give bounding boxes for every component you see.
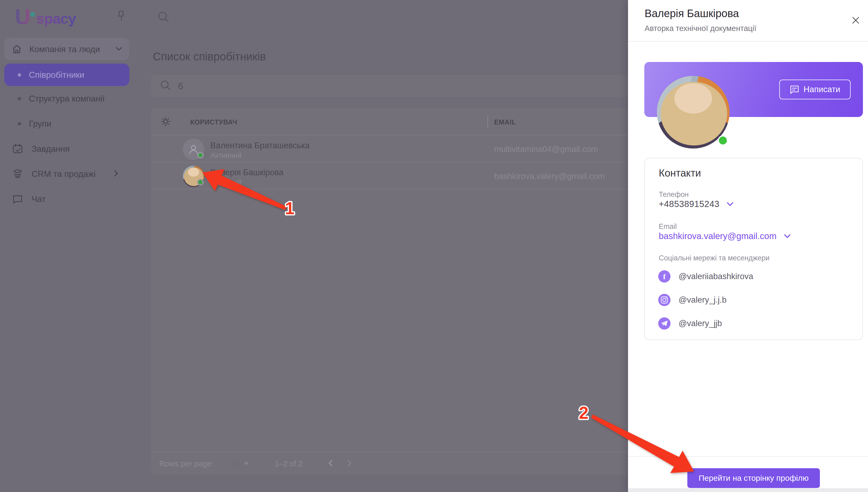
- phone-row: +48538915243: [659, 199, 734, 209]
- table-row[interactable]: Валерія Башкірова Активний bashkirova.va…: [151, 163, 627, 189]
- email-value[interactable]: bashkirova.valery@gmail.com: [659, 231, 777, 241]
- chat-icon: [12, 193, 24, 205]
- rows-per-page-label: Rows per page:: [159, 460, 214, 468]
- sidebar-item-groups[interactable]: Групи: [4, 111, 129, 136]
- employees-table: КОРИСТУВАЧ EMAIL Валентина Браташевська …: [151, 108, 627, 475]
- telegram-icon: [658, 317, 671, 329]
- previous-page-icon[interactable]: [328, 460, 333, 468]
- column-header-user[interactable]: КОРИСТУВАЧ: [190, 118, 237, 126]
- logo-dot-icon: [30, 12, 35, 17]
- logo-text: spacy: [37, 10, 76, 26]
- social-handle[interactable]: @valery_jjb: [678, 319, 722, 328]
- chevron-right-icon: [113, 169, 119, 178]
- select-arrow-icon[interactable]: [244, 462, 249, 465]
- bullet-icon: [18, 73, 21, 77]
- app-window: U spacy Компанія та люди Сп: [0, 0, 868, 492]
- table-pagination: Rows per page: 10 1–2 of 2: [151, 452, 627, 475]
- online-status-dot: [718, 136, 728, 146]
- phone-label: Телефон: [659, 191, 689, 199]
- chevron-down-icon: [115, 46, 123, 52]
- employee-status: Активний: [210, 178, 242, 187]
- crm-icon: [12, 168, 24, 180]
- sidebar-item-crm[interactable]: CRM та продажі: [4, 161, 129, 187]
- table-row[interactable]: Валентина Браташевська Активний multivit…: [151, 136, 627, 163]
- online-status-dot: [197, 179, 203, 186]
- facebook-icon: f: [658, 270, 671, 282]
- employee-name[interactable]: Валентина Браташевська: [210, 141, 310, 150]
- message-icon: [790, 85, 799, 94]
- social-row-facebook[interactable]: f @valeriiabashkirova: [658, 270, 753, 282]
- sidebar-item-tasks[interactable]: Завдання: [4, 136, 129, 161]
- profile-role: Авторка технічної документації: [645, 24, 756, 33]
- email-label: Email: [659, 222, 677, 231]
- sidebar-item-employees[interactable]: Співробітники: [4, 64, 129, 86]
- instagram-icon: [658, 294, 671, 306]
- sidebar-nav: Компанія та люди Співробітники Структура…: [4, 38, 129, 212]
- online-status-dot: [197, 152, 203, 158]
- global-search-icon[interactable]: [157, 11, 170, 25]
- social-row-telegram[interactable]: @valery_jjb: [658, 317, 722, 329]
- write-message-button[interactable]: Написати: [779, 80, 851, 99]
- social-row-instagram[interactable]: @valery_j.j.b: [658, 294, 727, 306]
- page-title: Список співробітників: [153, 50, 266, 63]
- sidebar-item-label: Завдання: [31, 144, 70, 154]
- bottom-strip: [628, 488, 868, 492]
- contacts-card: Контакти Телефон +48538915243 Email bash…: [644, 158, 863, 340]
- social-handle[interactable]: @valery_j.j.b: [678, 295, 727, 305]
- sidebar-item-label: Чат: [31, 194, 46, 204]
- socials-label: Соціальні мережі та месенджери: [659, 254, 770, 262]
- sidebar-item-label: Структура компанії: [29, 94, 105, 104]
- panel-divider: [628, 41, 868, 42]
- sidebar: U spacy Компанія та люди Сп: [0, 0, 150, 492]
- bullet-icon: [18, 97, 21, 100]
- employee-email[interactable]: multivitamina04@gmail.com: [494, 145, 598, 154]
- pagination-range: 1–2 of 2: [274, 460, 303, 468]
- sidebar-item-company-structure[interactable]: Структура компанії: [4, 86, 129, 111]
- footer-divider: [628, 456, 868, 457]
- table-header: КОРИСТУВАЧ EMAIL: [151, 108, 627, 136]
- home-icon: [12, 44, 22, 54]
- write-message-label: Написати: [803, 85, 840, 94]
- employee-email[interactable]: bashkirova.valery@gmail.com: [494, 171, 605, 181]
- chevron-down-icon[interactable]: [726, 202, 734, 206]
- sidebar-item-label: CRM та продажі: [31, 169, 96, 179]
- bullet-icon: [18, 122, 21, 126]
- go-to-profile-button[interactable]: Перейти на сторінку профілю: [688, 468, 820, 488]
- email-row: bashkirova.valery@gmail.com: [659, 231, 791, 241]
- tasks-icon: [12, 143, 24, 155]
- svg-text:f: f: [663, 272, 666, 281]
- search-input[interactable]: [177, 81, 579, 92]
- profile-panel: Валерія Башкірова Авторка технічної доку…: [628, 0, 868, 492]
- phone-value[interactable]: +48538915243: [659, 199, 719, 209]
- chevron-down-icon[interactable]: [783, 234, 791, 239]
- sidebar-item-label: Групи: [29, 119, 51, 129]
- employee-name[interactable]: Валерія Башкірова: [210, 168, 284, 177]
- next-page-icon[interactable]: [347, 460, 352, 468]
- contacts-title: Контакти: [659, 168, 701, 179]
- close-icon[interactable]: [850, 15, 861, 26]
- column-divider: [487, 116, 488, 128]
- employee-status: Активний: [210, 151, 242, 160]
- social-handle[interactable]: @valeriiabashkirova: [678, 272, 753, 281]
- uspacy-logo[interactable]: U spacy: [15, 5, 79, 30]
- logo-letter: U: [15, 5, 30, 29]
- sidebar-item-chat[interactable]: Чат: [4, 187, 129, 212]
- workspace-label: Компанія та люди: [29, 44, 100, 54]
- profile-name: Валерія Башкірова: [645, 7, 739, 20]
- rows-per-page-value[interactable]: 10: [231, 460, 240, 468]
- gear-icon[interactable]: [160, 116, 171, 128]
- pin-icon[interactable]: [117, 10, 126, 22]
- sidebar-workspace-switcher[interactable]: Компанія та люди: [4, 38, 129, 60]
- sidebar-item-label: Співробітники: [29, 70, 85, 80]
- column-header-email[interactable]: EMAIL: [494, 118, 516, 126]
- search-icon: [160, 80, 172, 92]
- employee-search-field[interactable]: [151, 75, 627, 97]
